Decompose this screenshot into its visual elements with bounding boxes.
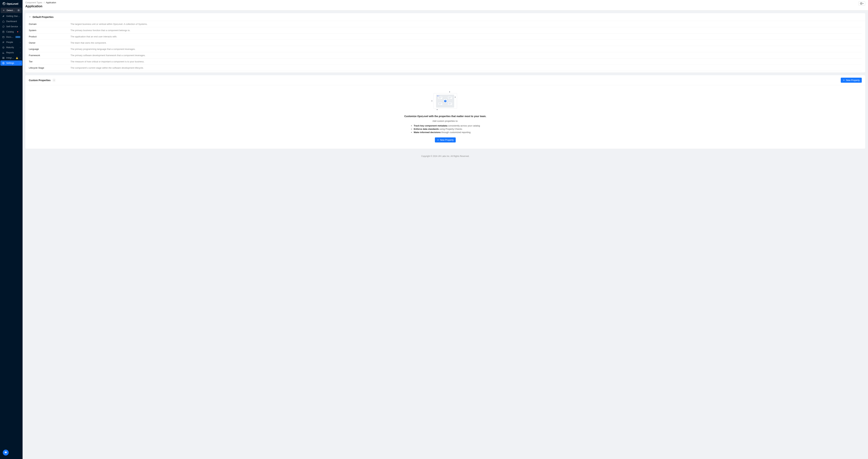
svg-point-5	[2, 47, 4, 48]
property-desc: The application that an end user interac…	[70, 33, 862, 40]
sidebar-item-maturity[interactable]: Maturity ›	[0, 45, 22, 50]
sidebar-item-label: Detected Services	[7, 9, 15, 12]
table-row: Lifecycle Stage The component's current …	[29, 65, 862, 71]
property-desc: The primary programming language that a …	[70, 46, 862, 52]
svg-point-11	[5, 452, 5, 453]
sidebar-item-catalog[interactable]: Catalog ›	[0, 29, 22, 34]
main-content: Component Types / Application Applicatio…	[23, 0, 868, 459]
sidebar-item-label: Reports	[6, 51, 18, 54]
check-circle-icon	[2, 47, 4, 49]
button-label: New Property	[846, 79, 860, 82]
breadcrumb-separator: /	[44, 1, 44, 4]
sidebar-item-settings[interactable]: Settings ›	[0, 60, 22, 66]
svg-point-0	[3, 16, 4, 16]
bullet-bold: Enforce data standards	[414, 128, 439, 130]
property-desc: The primary business function that a com…	[70, 27, 862, 33]
chevron-right-icon: ›	[20, 52, 21, 54]
svg-rect-2	[2, 36, 4, 38]
bullet-rest: through customized reporting	[441, 131, 471, 134]
property-desc: The primary software development framewo…	[70, 52, 862, 59]
sidebar-item-label: Dashboard	[6, 20, 21, 23]
page-settings-button[interactable]: ▾	[859, 1, 865, 5]
refresh-icon	[2, 26, 4, 28]
property-name: Language	[29, 46, 70, 52]
property-name: Owner	[29, 40, 70, 46]
empty-illustration	[431, 90, 460, 111]
alert-dot-icon	[17, 31, 18, 32]
button-label: New Property	[440, 139, 454, 141]
new-property-cta-button[interactable]: ＋ New Property	[435, 137, 456, 142]
sidebar-item-people[interactable]: People ›	[0, 39, 22, 45]
property-name: Lifecycle Stage	[29, 65, 70, 71]
property-desc: The measure of how critical or important…	[70, 59, 862, 65]
sidebar-item-label: Integrations	[6, 57, 14, 59]
rocket-icon	[2, 15, 4, 18]
brand-logo[interactable]: OpsLevel	[0, 0, 23, 8]
empty-state: Customize OpsLevel with the properties t…	[25, 85, 865, 149]
empty-lead: Add custom properties to:	[29, 120, 862, 122]
chevron-right-icon: ›	[20, 31, 21, 33]
custom-properties-card: Custom Properties 0 ＋ New Property	[25, 75, 865, 149]
property-name: Framework	[29, 52, 70, 59]
table-row: Product The application that an end user…	[29, 33, 862, 40]
sidebar-item-getting-started[interactable]: Getting Started	[0, 13, 22, 19]
svg-rect-25	[439, 97, 442, 98]
bullet-bold: Make informed decisions	[414, 131, 441, 134]
property-desc: The largest business unit or vertical wi…	[70, 21, 862, 27]
sidebar-item-integrations[interactable]: Integrations ⚠️ ›	[0, 55, 22, 60]
gear-icon	[2, 62, 4, 64]
svg-rect-16	[455, 97, 456, 97]
footer-copyright: Copyright © 2024 J/K Labs Inc. All Right…	[25, 151, 865, 160]
home-icon	[2, 20, 4, 23]
page-title: Application	[25, 4, 56, 8]
svg-rect-17	[432, 101, 432, 101]
sidebar-item-self-service[interactable]: Self-Service ›	[0, 24, 22, 29]
property-name: Product	[29, 33, 70, 40]
svg-rect-29	[448, 98, 451, 98]
chevron-down-icon	[29, 16, 31, 19]
svg-point-12	[6, 452, 6, 453]
sidebar-item-label: Self-Service	[6, 25, 18, 28]
svg-point-21	[438, 95, 439, 96]
sidebar-item-reports[interactable]: Reports ›	[0, 50, 22, 55]
svg-rect-28	[448, 97, 452, 98]
svg-rect-24	[438, 97, 442, 99]
table-row: Tier The measure of how critical or impo…	[29, 59, 862, 65]
svg-rect-9	[3, 58, 4, 59]
warning-icon: ⚠️	[16, 57, 18, 59]
new-property-button[interactable]: ＋ New Property	[841, 78, 862, 83]
property-desc: The team that owns the component.	[70, 40, 862, 46]
svg-rect-26	[439, 98, 441, 98]
breadcrumb: Component Types / Application	[25, 1, 56, 4]
default-properties-header[interactable]: Default Properties	[25, 13, 865, 21]
opslevel-logo-icon	[2, 2, 5, 5]
sidebar-item-detected-services[interactable]: ✧ Detected Services 0	[1, 8, 22, 13]
sidebar-item-dashboard[interactable]: Dashboard	[0, 19, 22, 24]
sidebar-item-label: Maturity	[6, 46, 18, 49]
property-name: Tier	[29, 59, 70, 65]
table-row: Owner The team that owns the component.	[29, 40, 862, 46]
chevron-right-icon: ›	[20, 41, 21, 43]
property-name: Domain	[29, 21, 70, 27]
brand-name: OpsLevel	[7, 2, 19, 5]
svg-point-22	[439, 95, 440, 96]
bullet-rest: using Property Checks	[439, 128, 462, 130]
sidebar-item-label: Docs Hub	[6, 36, 13, 38]
list-item: Track key component metadata consistentl…	[414, 124, 480, 127]
breadcrumb-parent[interactable]: Component Types	[25, 1, 42, 4]
list-item: Enforce data standards using Property Ch…	[414, 128, 480, 130]
chevron-right-icon: ›	[20, 57, 21, 59]
book-icon	[2, 31, 4, 33]
plus-icon: ＋	[843, 79, 845, 82]
chat-support-button[interactable]	[3, 450, 9, 456]
svg-rect-27	[448, 97, 452, 99]
svg-rect-6	[2, 57, 3, 58]
sparkle-icon: ✧	[2, 9, 5, 12]
svg-point-20	[437, 95, 438, 96]
gear-icon	[860, 2, 863, 5]
empty-bullet-list: Track key component metadata consistentl…	[410, 124, 480, 134]
chevron-right-icon: ›	[20, 47, 21, 49]
sidebar-item-docs-hub[interactable]: Docs Hub NEW	[0, 34, 22, 39]
property-name: System	[29, 27, 70, 33]
grid-icon	[2, 57, 4, 59]
